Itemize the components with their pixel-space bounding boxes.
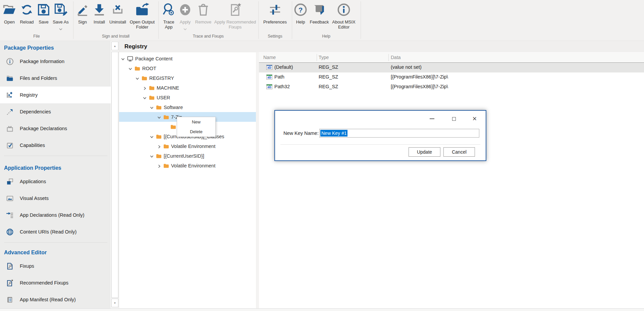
chevron-expanded-icon[interactable] xyxy=(157,115,161,119)
sidebar-item-label: Registry xyxy=(20,92,38,98)
minimize-button[interactable] xyxy=(427,115,437,123)
tree-row-registry[interactable]: REGISTRY xyxy=(119,73,256,83)
column-header-type[interactable]: Type xyxy=(319,55,329,60)
maximize-button[interactable] xyxy=(449,115,459,123)
sidebar-item-visual-assets[interactable]: Visual Assets xyxy=(0,190,111,207)
new-key-name-input[interactable]: New Key #1 xyxy=(319,129,479,138)
sidebar-item-registry[interactable]: Registry xyxy=(0,87,111,103)
folder-icon xyxy=(156,154,162,158)
registry-icon xyxy=(6,91,14,99)
chevron-expanded-icon[interactable] xyxy=(150,135,154,138)
tree-row-machine[interactable]: MACHINE xyxy=(119,83,256,93)
context-menu-item-delete[interactable]: Delete xyxy=(177,127,215,137)
ribbon-open-output-folder-button[interactable]: Open Output Folder xyxy=(128,2,157,30)
chevron-expanded-icon[interactable] xyxy=(150,154,154,158)
ribbon-group-label-file: File xyxy=(0,34,73,39)
tree-row-package-content[interactable]: Package Content xyxy=(119,54,256,63)
sidebar-item-package-information[interactable]: Package Information xyxy=(0,53,111,70)
column-resize-handle[interactable] xyxy=(317,54,317,61)
folders-icon xyxy=(6,74,14,82)
manifest-icon xyxy=(6,296,14,304)
chevron-expanded-icon[interactable] xyxy=(121,57,125,60)
chevron-collapsed-icon[interactable] xyxy=(157,144,161,148)
string-value-icon: ab xyxy=(266,74,272,80)
recommended-fixups-icon xyxy=(228,2,243,18)
scrollbar-thumb[interactable] xyxy=(111,52,118,298)
sidebar-item-content-uris[interactable]: Content URIs (Read Only) xyxy=(0,223,111,240)
tree-row-volatile-environment[interactable]: Volatile Environment xyxy=(119,141,256,151)
value-type: REG_SZ xyxy=(319,74,338,80)
maximize-icon xyxy=(452,117,456,121)
ribbon-uninstall-button[interactable]: Uninstall xyxy=(107,2,129,24)
close-button[interactable]: × xyxy=(470,115,479,123)
tree-row-software[interactable]: Software xyxy=(119,102,256,112)
sidebar-item-app-manifest[interactable]: App Manifest (Read Only) xyxy=(0,291,111,308)
ribbon-sign-button[interactable]: Sign xyxy=(75,2,90,24)
tree-row-currentusersid[interactable]: [{CurrentUserSID}] xyxy=(119,151,256,161)
ribbon-trace-app-button[interactable]: Trace App xyxy=(161,2,177,30)
registry-tree: Package Content ROOT REGISTRY MACHINE US… xyxy=(119,52,256,308)
tree-row-user[interactable]: USER xyxy=(119,93,256,102)
ribbon-save-button[interactable]: Save xyxy=(36,2,51,24)
apply-icon xyxy=(178,2,193,18)
sidebar-item-package-declarations[interactable]: Package Declarations xyxy=(0,120,111,137)
sidebar-scrollbar[interactable]: ▲ ▼ xyxy=(111,41,119,308)
chevron-collapsed-icon[interactable] xyxy=(157,164,161,167)
column-header-data[interactable]: Data xyxy=(391,55,401,60)
ribbon-apply-button[interactable]: Apply xyxy=(177,2,193,32)
sidebar-item-app-declarations[interactable]: App Declarations (Read Only) xyxy=(0,207,111,223)
update-button[interactable]: Update xyxy=(409,147,440,157)
ribbon-preferences-button[interactable]: Preferences xyxy=(262,2,288,24)
sidebar-item-dependencies[interactable]: Dependencies xyxy=(0,103,111,120)
chevron-expanded-icon[interactable] xyxy=(128,66,132,70)
ribbon-feedback-button[interactable]: Feedback xyxy=(309,2,330,24)
tree-row-label: REGISTRY xyxy=(149,75,174,81)
ribbon-group-separator xyxy=(361,1,361,39)
scroll-up-button[interactable]: ▲ xyxy=(111,42,118,50)
sidebar-item-capabilities[interactable]: Capabilities xyxy=(0,137,111,154)
tree-context-menu: New Delete xyxy=(177,117,216,137)
ribbon-about-msix-editor-button[interactable]: About MSIX Editor xyxy=(330,2,357,30)
ribbon-help-button[interactable]: ? Help xyxy=(293,2,308,24)
visual-assets-icon xyxy=(6,194,14,202)
sidebar-item-label: App Manifest (Read Only) xyxy=(20,297,76,302)
ribbon-reload-button[interactable]: Reload xyxy=(18,2,36,24)
chevron-down-icon[interactable] xyxy=(183,25,187,32)
save-as-icon xyxy=(53,2,68,18)
ribbon-apply-recommended-fixups-button[interactable]: Apply Recommended Fixups xyxy=(213,2,257,30)
table-row-default[interactable]: ab (Default) REG_SZ (value not set) xyxy=(259,63,644,72)
uninstall-icon xyxy=(110,2,125,18)
dependencies-icon xyxy=(6,108,14,116)
section-heading-advanced-editor: Advanced Editor xyxy=(0,245,111,258)
chevron-expanded-icon[interactable] xyxy=(136,76,139,80)
selected-input-text: New Key #1 xyxy=(320,130,347,137)
sidebar-item-files-and-folders[interactable]: Files and Folders xyxy=(0,70,111,87)
ribbon-open-button[interactable]: Open xyxy=(2,2,17,24)
ribbon-group-separator xyxy=(158,1,159,39)
chevron-collapsed-icon[interactable] xyxy=(143,86,147,90)
folder-icon xyxy=(149,95,155,100)
tree-row-root[interactable]: ROOT xyxy=(119,63,256,73)
column-resize-handle[interactable] xyxy=(388,54,389,61)
tree-row-volatile-environment[interactable]: Volatile Environment xyxy=(119,161,256,170)
ribbon-remove-button[interactable]: Remove xyxy=(194,2,213,24)
scroll-down-button[interactable]: ▼ xyxy=(111,299,118,307)
chevron-expanded-icon[interactable] xyxy=(143,96,147,99)
ribbon-save-as-button[interactable]: Save As xyxy=(50,2,71,32)
ribbon-group-label-trace-and-fixups: Trace and Fixups xyxy=(158,34,258,39)
sidebar-item-recommended-fixups[interactable]: Recommended Fixups xyxy=(0,274,111,291)
ribbon-group-separator xyxy=(73,1,73,39)
context-menu-item-new[interactable]: New xyxy=(177,117,215,127)
chevron-expanded-icon[interactable] xyxy=(150,105,154,109)
column-header-name[interactable]: Name xyxy=(263,55,276,60)
ribbon-install-button[interactable]: Install xyxy=(91,2,108,24)
save-icon xyxy=(36,2,51,18)
page-title-bar: Registry xyxy=(119,41,644,52)
cancel-button[interactable]: Cancel xyxy=(443,147,475,157)
chevron-down-icon[interactable] xyxy=(59,25,62,32)
table-row-path32[interactable]: ab Path32 REG_SZ [{ProgramFilesX86}]\7-Z… xyxy=(259,82,644,92)
sidebar-item-fixups[interactable]: Fixups xyxy=(0,258,111,274)
sidebar-item-applications[interactable]: Applications xyxy=(0,173,111,190)
value-data: (value not set) xyxy=(391,64,422,70)
table-row-path[interactable]: ab Path REG_SZ [{ProgramFilesX86}]\7-Zip… xyxy=(259,72,644,82)
